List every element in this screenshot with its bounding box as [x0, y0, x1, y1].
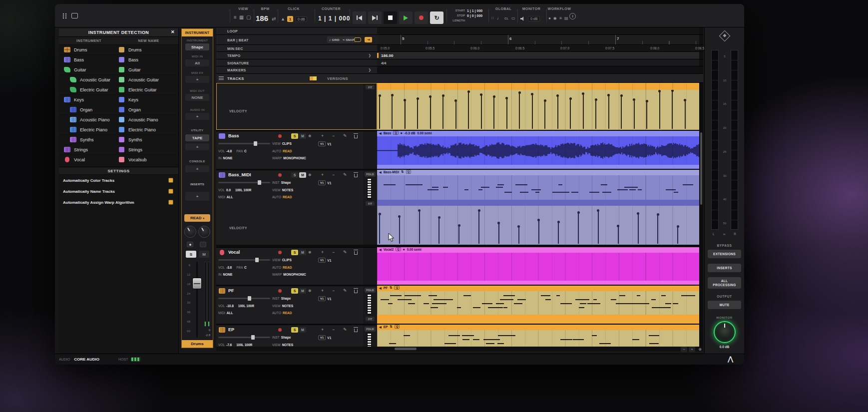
track-volume-slider[interactable] [218, 180, 270, 185]
bass-midi-clip-fit-strip[interactable] [377, 200, 699, 206]
quantize-badge[interactable]: Q [393, 131, 399, 135]
quantize-badge[interactable]: Q [395, 325, 400, 329]
track-volume-slider[interactable] [218, 296, 270, 301]
track-name[interactable]: PF [228, 288, 234, 293]
metronome-icon[interactable]: ▲ [281, 17, 285, 21]
signature-row[interactable]: SIGNATURE 4/4 [216, 59, 703, 66]
transpose-icon[interactable]: ⇅ [390, 325, 392, 329]
vocal-clip-footer[interactable] [377, 281, 699, 285]
mute-button[interactable]: M [299, 172, 306, 178]
list-view-icon[interactable]: ≡ [234, 15, 237, 20]
vocal-clip-body[interactable] [377, 253, 699, 281]
counter-value[interactable]: 1 | 1 | 000 [318, 15, 350, 22]
freeze-icon[interactable]: ❄ [308, 288, 312, 294]
add-icon[interactable]: + [321, 133, 324, 139]
close-icon[interactable]: ✕ [170, 29, 176, 34]
bass-midi-track-header[interactable]: Bass_MIDI S M ❄ + − ✎ INSTShape V1V1 VOL… [216, 170, 363, 245]
inst-field[interactable]: INSTShape [272, 336, 291, 339]
click-level-box[interactable]: 0 dB [295, 16, 307, 22]
version-field[interactable]: V1V1 [318, 335, 331, 340]
sync-icon[interactable]: ∷ [491, 16, 494, 20]
new-track-name[interactable]: Keys [128, 97, 138, 102]
new-track-name[interactable]: Strings [128, 147, 142, 152]
instrument-row[interactable]: Keys Keys [59, 95, 178, 105]
screen-view-icon[interactable]: ▢ [246, 15, 251, 20]
loop-button[interactable]: ↻ [430, 11, 443, 24]
mute-button[interactable]: M [299, 133, 306, 139]
audio-driver[interactable]: CORE AUDIO [74, 357, 99, 362]
tape-add-button[interactable]: + [185, 143, 209, 150]
fit-button[interactable]: FIT [366, 85, 375, 89]
clip-light-label[interactable]: CL [504, 17, 508, 20]
panel-icon[interactable]: ▭ [511, 16, 515, 20]
tempo-row[interactable]: TEMPO❯ 186.00 [216, 52, 703, 59]
track-color-swatch[interactable] [119, 77, 124, 82]
vol-pan-field[interactable]: VOL-7.6100L 100R [218, 343, 252, 347]
monitor-toggle[interactable] [200, 242, 206, 247]
remove-icon[interactable]: − [332, 172, 335, 178]
volume-fader-handle[interactable] [192, 278, 202, 289]
instrument-row[interactable]: Acoustic Guitar Acoustic Guitar [59, 75, 178, 85]
tempo-value[interactable]: 186.00 [381, 53, 393, 58]
instrument-row[interactable]: Bass Bass [59, 55, 178, 65]
auto-field[interactable]: AUTOREAD [272, 311, 292, 315]
new-track-name[interactable]: Electric Piano [128, 127, 156, 132]
fit-button[interactable]: FIT [366, 317, 375, 321]
new-track-name[interactable]: Bass [128, 57, 138, 62]
bpm-value[interactable]: 186 [256, 14, 268, 22]
bass-midi-velocity-lane[interactable] [377, 206, 699, 245]
quantize-badge[interactable]: Q [394, 286, 400, 290]
new-track-name[interactable]: Guitar [128, 67, 141, 72]
solo-button[interactable]: S [291, 172, 298, 178]
markers-row[interactable]: MARKERS❯ [216, 66, 703, 74]
inst-field[interactable]: INSTShape [272, 181, 291, 184]
ep-track-header[interactable]: EP S M + − ✎ INSTShape V1V1 VOL-7.6100L … [216, 325, 363, 347]
track-color-swatch[interactable] [119, 117, 124, 122]
new-track-name[interactable]: Organ [128, 107, 141, 112]
inst-field[interactable]: INSTShape [272, 297, 291, 300]
input-field[interactable]: INNONE [218, 273, 232, 276]
bar-ruler[interactable]: 5 6 7 [377, 35, 699, 44]
record-arm-icon[interactable] [278, 289, 282, 293]
chevron-right-icon[interactable]: ❯ [368, 68, 371, 72]
remove-icon[interactable]: − [332, 133, 335, 139]
view-field[interactable]: VIEWCLIPS [272, 258, 292, 262]
instrument-row[interactable]: Strings Strings [59, 145, 178, 155]
version-field[interactable]: V1V1 [318, 180, 331, 185]
new-track-name[interactable]: Acoustic Piano [128, 117, 158, 122]
track-name[interactable]: Vocal [228, 250, 240, 255]
detection-panel-titlebar[interactable]: INSTRUMENT DETECTION ✕ [59, 28, 178, 37]
new-track-name[interactable]: Synths [128, 137, 142, 142]
new-track-name[interactable]: Acoustic Guitar [128, 77, 159, 82]
track-color-swatch[interactable] [119, 137, 124, 142]
bass-midi-clip-header[interactable]: ◀Bass-MIDI⇅Q [377, 170, 699, 175]
add-icon[interactable]: + [321, 250, 324, 255]
instrument-row[interactable]: Organ Organ [59, 105, 178, 115]
freeze-icon[interactable]: ❄ [308, 133, 312, 139]
audio-in-add-button[interactable]: + [185, 113, 209, 120]
transpose-icon[interactable]: ⇅ [390, 286, 392, 290]
track-pf[interactable]: PF S M ❄ + − ✎ INSTShape V1V1 VOL-10.810… [216, 286, 703, 324]
console-add-button[interactable]: + [185, 165, 209, 172]
instrument-row[interactable]: Electric Piano Electric Piano [59, 125, 178, 135]
clip-trim-icon[interactable]: ◀ [379, 131, 382, 135]
track-volume-slider[interactable] [218, 335, 270, 340]
edit-icon[interactable]: ✎ [343, 250, 347, 255]
clip-trim-icon[interactable]: ◀ [379, 170, 382, 174]
track-color-swatch[interactable] [119, 67, 124, 72]
remove-icon[interactable]: − [332, 327, 335, 333]
clip-trim-icon[interactable]: ◀ [379, 325, 382, 329]
follow-playhead-icon[interactable]: ⇥ [365, 37, 372, 42]
zoom-out-button[interactable]: − [681, 347, 687, 352]
freeze-icon[interactable]: ❄ [308, 250, 312, 255]
instrument-row[interactable]: Acoustic Piano Acoustic Piano [59, 115, 178, 125]
window-layout-icon[interactable] [71, 13, 78, 18]
ep-clip-header[interactable]: ◀EP⇅Q [377, 325, 699, 330]
track-ep[interactable]: EP S M + − ✎ INSTShape V1V1 VOL-7.6100L … [216, 325, 703, 347]
fold-button[interactable]: FOLD [365, 288, 376, 293]
new-track-name[interactable]: Drums [128, 47, 142, 52]
output-mute-button[interactable]: MUTE [708, 301, 741, 309]
midi-out-button[interactable]: NONE [185, 94, 209, 101]
track-color-swatch[interactable] [119, 157, 124, 162]
bass-clip-footer[interactable] [377, 165, 699, 169]
